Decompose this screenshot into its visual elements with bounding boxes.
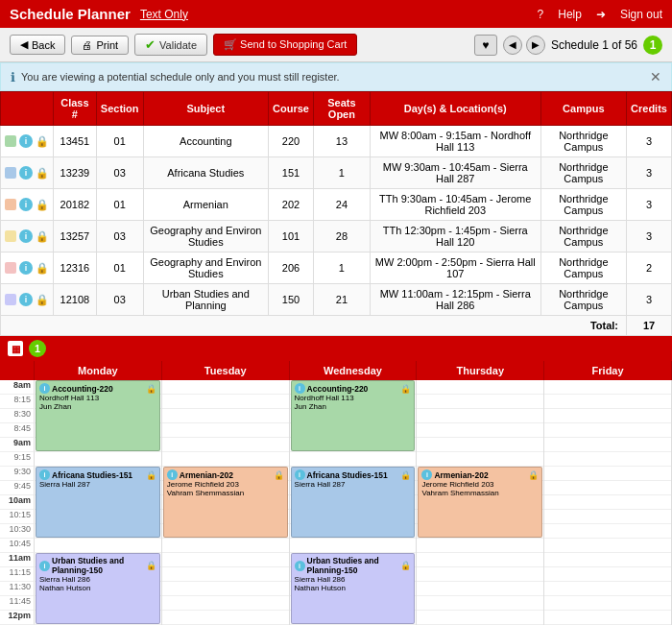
- text-only-link[interactable]: Text Only: [140, 8, 188, 21]
- row-icons-cell: i 🔒: [1, 126, 54, 157]
- time-cell-15: 11:45: [0, 596, 35, 611]
- table-cell-0: 13257: [54, 221, 97, 252]
- event-lock-icon[interactable]: 🔒: [528, 470, 539, 480]
- event-detail: Jun Zhan: [39, 402, 156, 411]
- color-indicator: [5, 167, 16, 179]
- time-cell-13: 11:15: [0, 567, 35, 582]
- lock-icon[interactable]: 🔒: [36, 262, 49, 275]
- event-info-icon[interactable]: i: [295, 561, 305, 571]
- calendar-event[interactable]: iArmenian-202🔒Jerome Richfield 203Vahram…: [418, 467, 542, 538]
- table-total-value: 17: [627, 316, 672, 336]
- event-lock-icon[interactable]: 🔒: [146, 384, 156, 394]
- calendar-event[interactable]: iAfricana Studies-151🔒Sierra Hall 287: [291, 467, 416, 538]
- day-slot: [162, 539, 289, 553]
- day-col-wednesday: iAccounting-220🔒Nordhoff Hall 113Jun Zha…: [290, 380, 418, 625]
- col-header-8: Credits: [627, 92, 672, 126]
- calendar-event[interactable]: iUrban Studies and Planning-150🔒Sierra H…: [36, 553, 160, 624]
- lock-icon[interactable]: 🔒: [36, 230, 49, 243]
- next-schedule-button[interactable]: ▶: [526, 36, 545, 55]
- info-button[interactable]: i: [19, 261, 33, 275]
- app-title: Schedule Planner: [10, 6, 131, 22]
- day-slot: [544, 596, 671, 611]
- day-slot: [162, 452, 289, 467]
- validate-button[interactable]: ✔ Validate: [134, 34, 207, 56]
- day-slot: [417, 611, 543, 625]
- time-cell-7: 9:45: [0, 481, 35, 495]
- favorite-button[interactable]: ♥: [474, 35, 497, 56]
- time-cell-16: 12pm: [0, 611, 35, 625]
- back-button[interactable]: ◀ Back: [10, 35, 65, 55]
- sign-out-link[interactable]: Sign out: [620, 8, 662, 21]
- event-detail: Sierra Hall 286: [39, 575, 156, 584]
- table-cell-1: 01: [96, 126, 143, 157]
- event-detail: Vahram Shemmassian: [167, 489, 284, 497]
- lock-icon[interactable]: 🔒: [36, 294, 49, 306]
- day-slot: [162, 409, 289, 423]
- info-button[interactable]: i: [19, 134, 33, 148]
- event-lock-icon[interactable]: 🔒: [400, 384, 411, 394]
- color-indicator: [5, 294, 16, 305]
- info-icon: ℹ: [11, 70, 15, 84]
- calendar-event[interactable]: iAfricana Studies-151🔒Sierra Hall 287: [36, 467, 160, 538]
- table-cell-3: 150: [269, 284, 314, 316]
- day-slot: [162, 423, 289, 438]
- event-info-icon[interactable]: i: [167, 469, 178, 480]
- table-cell-0: 12316: [54, 252, 97, 284]
- table-cell-2: Armenian: [143, 189, 268, 221]
- info-button[interactable]: i: [19, 198, 33, 211]
- table-cell-3: 220: [269, 126, 314, 157]
- table-row: i 🔒 1210803Urban Studies and Planning150…: [1, 284, 672, 316]
- col-header-7: Campus: [540, 92, 626, 126]
- row-icons-cell: i 🔒: [1, 157, 54, 189]
- event-detail: Sierra Hall 287: [295, 480, 412, 489]
- event-lock-icon[interactable]: 🔒: [274, 470, 284, 480]
- help-link[interactable]: Help: [558, 8, 582, 21]
- event-lock-icon[interactable]: 🔒: [146, 470, 156, 480]
- info-button[interactable]: i: [19, 166, 33, 180]
- annotation-1: 1: [643, 36, 662, 55]
- table-cell-0: 13451: [54, 126, 97, 157]
- prev-schedule-button[interactable]: ◀: [503, 36, 522, 55]
- lock-icon[interactable]: 🔒: [36, 167, 49, 180]
- event-info-icon[interactable]: i: [421, 469, 432, 480]
- event-info-icon[interactable]: i: [295, 469, 305, 480]
- day-slot: [162, 395, 289, 409]
- table-row: i 🔒 1325703Geography and Environ Studies…: [1, 221, 672, 252]
- event-lock-icon[interactable]: 🔒: [400, 470, 411, 480]
- event-info-icon[interactable]: i: [39, 383, 50, 394]
- event-info-icon[interactable]: i: [39, 469, 50, 480]
- day-slot: [544, 553, 671, 567]
- event-detail: Jun Zhan: [295, 402, 412, 411]
- calendar-event[interactable]: iUrban Studies and Planning-150🔒Sierra H…: [291, 553, 416, 624]
- event-lock-icon[interactable]: 🔒: [400, 561, 411, 570]
- event-info-icon[interactable]: i: [295, 383, 305, 394]
- days-location-cell: MW 9:30am - 10:45am - Sierra Hall 287: [370, 157, 540, 189]
- calendar-event[interactable]: iAccounting-220🔒Nordhoff Hall 113Jun Zha…: [36, 380, 160, 451]
- event-detail: Nathan Hutson: [39, 584, 156, 592]
- time-cell-10: 10:30: [0, 524, 35, 539]
- days-location-cell: TTh 12:30pm - 1:45pm - Sierra Hall 120: [370, 221, 540, 252]
- event-lock-icon[interactable]: 🔒: [146, 561, 156, 570]
- print-button[interactable]: 🖨 Print: [71, 36, 129, 55]
- day-slot: [417, 395, 543, 409]
- info-button[interactable]: i: [19, 229, 33, 243]
- col-header-0: [1, 92, 54, 126]
- cart-icon: 🛒: [224, 38, 237, 50]
- calendar-event[interactable]: iArmenian-202🔒Jerome Richfield 203Vahram…: [163, 467, 288, 538]
- lock-icon[interactable]: 🔒: [36, 135, 49, 148]
- info-button[interactable]: i: [19, 293, 33, 306]
- cart-button[interactable]: 🛒 Send to Shopping Cart: [213, 34, 357, 56]
- event-info-icon[interactable]: i: [39, 561, 50, 571]
- day-slot: [417, 452, 543, 467]
- day-slot: [544, 524, 671, 539]
- days-location-cell: MW 11:00am - 12:15pm - Sierra Hall 286: [370, 284, 540, 316]
- calendar-event[interactable]: iAccounting-220🔒Nordhoff Hall 113Jun Zha…: [291, 380, 416, 451]
- cal-day-header-3: Wednesday: [290, 361, 418, 380]
- table-cell-3: 206: [269, 252, 314, 284]
- table-cell-2: Urban Studies and Planning: [143, 284, 268, 316]
- cal-day-header-0: [0, 361, 35, 380]
- color-indicator: [5, 230, 16, 242]
- close-banner-button[interactable]: ✕: [650, 69, 661, 84]
- lock-icon[interactable]: 🔒: [36, 199, 49, 211]
- campus-cell: Northridge Campus: [540, 284, 626, 316]
